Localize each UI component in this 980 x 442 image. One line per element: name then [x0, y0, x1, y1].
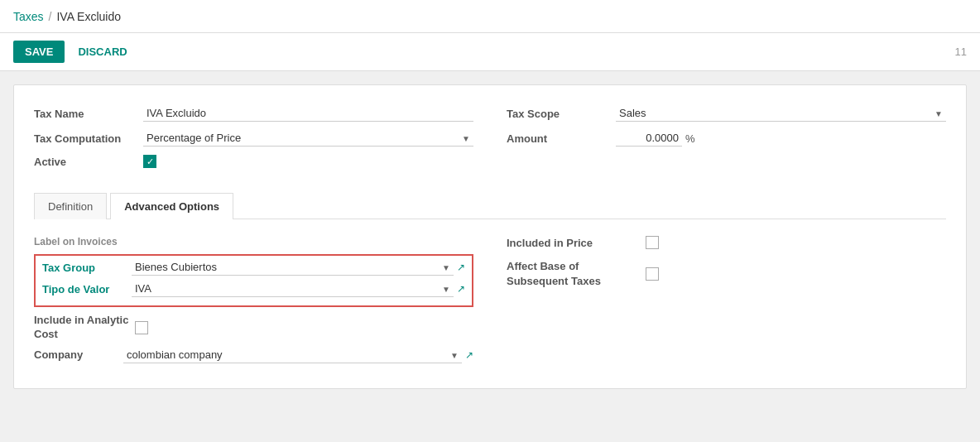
affect-base-row: Affect Base of Subsequent Taxes: [507, 259, 946, 289]
tax-group-select[interactable]: Bienes Cubiertos: [132, 259, 454, 276]
tipo-de-valor-wrapper: IVA ▼: [132, 281, 454, 297]
active-label: Active: [34, 156, 133, 168]
tipo-de-valor-select[interactable]: IVA: [132, 281, 454, 297]
tax-computation-wrapper: Percentage of Price ▼: [143, 130, 473, 147]
amount-input[interactable]: [616, 130, 682, 147]
highlighted-fields-group: Tax Group Bienes Cubiertos ▼ ↗: [34, 254, 473, 307]
tipo-de-valor-row: Tipo de Valor IVA ▼ ↗: [42, 281, 465, 297]
advanced-options-content: Label on Invoices Tax Group Bienes Cubie…: [34, 236, 946, 368]
include-analytic-row: Include in Analytic Cost: [34, 314, 473, 342]
company-select[interactable]: colombian company: [123, 347, 462, 363]
tax-name-row: Tax Name: [34, 105, 473, 122]
tab-advanced-options[interactable]: Advanced Options: [110, 193, 233, 219]
tax-name-input[interactable]: [143, 105, 473, 122]
label-on-invoices-section: Label on Invoices: [34, 236, 473, 247]
affect-base-label: Affect Base of Subsequent Taxes: [507, 259, 639, 289]
affect-base-checkbox[interactable]: [646, 267, 659, 281]
tax-scope-row: Tax Scope Sales ▼: [507, 105, 946, 122]
included-in-price-label: Included in Price: [507, 237, 639, 249]
tax-group-wrapper: Bienes Cubiertos ▼: [132, 259, 454, 276]
tax-scope-label: Tax Scope: [507, 108, 606, 120]
tax-computation-select[interactable]: Percentage of Price: [143, 130, 473, 147]
action-bar: SAVE DISCARD 11: [0, 33, 980, 71]
advanced-left-col: Label on Invoices Tax Group Bienes Cubie…: [34, 236, 473, 368]
breadcrumb-bar: Taxes / IVA Excluido: [0, 0, 980, 33]
tax-group-field: Bienes Cubiertos ▼ ↗: [132, 259, 465, 276]
tipo-de-valor-field: IVA ▼ ↗: [132, 281, 465, 297]
included-in-price-checkbox[interactable]: [646, 236, 659, 249]
breadcrumb-current: IVA Excluido: [56, 10, 121, 23]
record-number: 11: [955, 46, 967, 58]
company-wrapper: colombian company ▼: [123, 347, 462, 363]
tax-computation-label: Tax Computation: [34, 132, 133, 145]
tax-computation-row: Tax Computation Percentage of Price ▼: [34, 130, 473, 147]
include-analytic-checkbox[interactable]: [135, 321, 148, 334]
tax-scope-select[interactable]: Sales: [616, 105, 946, 122]
tax-group-external-icon[interactable]: ↗: [457, 262, 465, 273]
form-top-section: Tax Name Tax Computation Percentage of P…: [34, 105, 946, 176]
amount-wrapper: %: [616, 130, 946, 147]
tipo-de-valor-label: Tipo de Valor: [42, 283, 125, 295]
active-row: Active: [34, 155, 473, 168]
tabs: Definition Advanced Options: [34, 193, 946, 219]
form-left-col: Tax Name Tax Computation Percentage of P…: [34, 105, 473, 176]
active-checkbox-checked[interactable]: [143, 155, 156, 168]
amount-label: Amount: [507, 132, 606, 145]
discard-button[interactable]: DISCARD: [71, 41, 133, 63]
tax-group-row: Tax Group Bienes Cubiertos ▼ ↗: [42, 259, 465, 276]
tax-group-label: Tax Group: [42, 262, 125, 274]
main-content: Tax Name Tax Computation Percentage of P…: [0, 71, 980, 402]
form-right-col: Tax Scope Sales ▼ Amount %: [507, 105, 946, 176]
amount-row: Amount %: [507, 130, 946, 147]
form-card: Tax Name Tax Computation Percentage of P…: [13, 84, 967, 389]
advanced-right-col: Included in Price Affect Base of Subsequ…: [507, 236, 946, 368]
include-analytic-label: Include in Analytic Cost: [34, 314, 128, 342]
tax-scope-wrapper: Sales ▼: [616, 105, 946, 122]
active-checkbox[interactable]: [143, 155, 156, 168]
company-label: Company: [34, 348, 117, 361]
company-row: Company colombian company ▼ ↗: [34, 347, 473, 363]
breadcrumb: Taxes / IVA Excluido: [13, 10, 121, 23]
amount-unit: %: [685, 132, 695, 145]
included-in-price-row: Included in Price: [507, 236, 946, 249]
company-external-icon[interactable]: ↗: [465, 349, 473, 361]
tax-name-label: Tax Name: [34, 108, 133, 120]
company-field: colombian company ▼ ↗: [123, 347, 473, 363]
save-button[interactable]: SAVE: [13, 41, 65, 63]
tab-definition[interactable]: Definition: [34, 193, 107, 219]
breadcrumb-separator: /: [49, 10, 52, 23]
breadcrumb-parent[interactable]: Taxes: [13, 10, 44, 23]
tipo-de-valor-external-icon[interactable]: ↗: [457, 283, 465, 295]
